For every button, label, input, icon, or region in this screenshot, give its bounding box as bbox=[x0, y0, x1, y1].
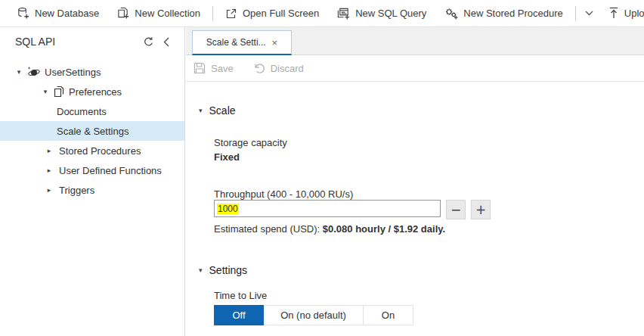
collapse-panel-icon[interactable] bbox=[157, 33, 175, 51]
sidebar-title: SQL API bbox=[15, 36, 139, 48]
settings-section-header[interactable]: ▾ Settings bbox=[199, 264, 247, 276]
sidebar-header: SQL API bbox=[0, 27, 184, 56]
throughput-label: Throughput (400 - 10,000 RU/s) bbox=[214, 188, 353, 200]
toolbar-divider bbox=[575, 6, 576, 21]
tree-item-label: UserSettings bbox=[45, 67, 101, 78]
upload-button[interactable]: Upload bbox=[599, 0, 644, 27]
new-stored-procedure-button[interactable]: New Stored Procedure bbox=[435, 0, 572, 27]
scale-section-label: Scale bbox=[209, 104, 236, 117]
new-stored-procedure-icon bbox=[444, 7, 458, 20]
resource-tree-sidebar: SQL API ▾ bbox=[0, 27, 185, 336]
tab-label: Scale & Setti... bbox=[206, 37, 266, 48]
estimated-spend-value: $0.080 hourly / $1.92 daily. bbox=[323, 223, 445, 235]
new-collection-button[interactable]: New Collection bbox=[108, 0, 209, 27]
ttl-option-off[interactable]: Off bbox=[214, 305, 264, 325]
tree-item-preferences[interactable]: ▾ Preferences bbox=[0, 82, 184, 101]
toolbar-item-label: New Stored Procedure bbox=[463, 8, 563, 19]
main-panel: Scale & Setti... × Save bbox=[186, 27, 644, 336]
chevron-down-icon[interactable] bbox=[579, 0, 599, 27]
tree-item-label: Scale & Settings bbox=[57, 126, 128, 137]
throughput-row: 1000 − + bbox=[214, 200, 491, 219]
resource-tree: ▾ UserSettings ▾ Preferences bbox=[0, 62, 184, 200]
tree-item-triggers[interactable]: ▸ Triggers bbox=[0, 180, 184, 200]
tree-item-label: Triggers bbox=[59, 185, 94, 196]
storage-capacity-value: Fixed bbox=[214, 151, 240, 163]
collection-icon bbox=[54, 86, 64, 98]
new-database-icon bbox=[17, 7, 29, 20]
tree-item-stored-procedures[interactable]: ▸ Stored Procedures bbox=[0, 141, 184, 160]
discard-button[interactable]: Discard bbox=[253, 62, 304, 74]
caret-right-icon[interactable]: ▸ bbox=[45, 147, 53, 154]
toolbar-item-label: New Collection bbox=[135, 8, 200, 19]
ttl-option-on-no-default[interactable]: On (no default) bbox=[264, 305, 364, 325]
scale-section-header[interactable]: ▾ Scale bbox=[199, 104, 236, 117]
tab-strip: Scale & Setti... × bbox=[186, 27, 644, 55]
new-database-button[interactable]: New Database bbox=[8, 0, 108, 27]
save-icon bbox=[194, 62, 206, 74]
new-collection-icon bbox=[117, 7, 129, 20]
top-toolbar: New Database New Collection Open Full Sc… bbox=[0, 0, 644, 27]
toolbar-item-label: Upload bbox=[624, 8, 644, 19]
tree-item-label: Stored Procedures bbox=[59, 145, 141, 157]
data-explorer-window: New Database New Collection Open Full Sc… bbox=[0, 0, 644, 336]
caret-down-icon: ▾ bbox=[199, 107, 203, 114]
new-sql-query-button[interactable]: New SQL Query bbox=[328, 0, 435, 27]
toolbar-item-label: New Database bbox=[35, 8, 99, 19]
throughput-value: 1000 bbox=[217, 204, 239, 214]
discard-label: Discard bbox=[271, 63, 304, 74]
toolbar-item-label: New SQL Query bbox=[355, 8, 426, 19]
settings-section-label: Settings bbox=[209, 264, 248, 276]
caret-down-icon[interactable]: ▾ bbox=[42, 88, 49, 95]
throughput-increase-button[interactable]: + bbox=[471, 200, 491, 219]
tree-item-user-defined-functions[interactable]: ▸ User Defined Functions bbox=[0, 160, 184, 180]
cosmos-db-icon bbox=[27, 67, 40, 78]
tree-item-scale-settings[interactable]: Scale & Settings bbox=[0, 121, 184, 141]
toolbar-divider bbox=[212, 6, 213, 21]
open-full-screen-icon bbox=[225, 8, 237, 20]
storage-capacity-label: Storage capacity bbox=[214, 137, 287, 148]
caret-right-icon[interactable]: ▸ bbox=[45, 186, 53, 194]
caret-right-icon[interactable]: ▸ bbox=[45, 166, 53, 174]
discard-icon bbox=[253, 62, 265, 74]
upload-icon bbox=[608, 7, 619, 20]
refresh-icon[interactable] bbox=[139, 33, 157, 51]
command-bar: Save Discard bbox=[186, 55, 644, 82]
estimated-spend-prefix: Estimated spend (USD): bbox=[214, 223, 323, 235]
estimated-spend-text: Estimated spend (USD): $0.080 hourly / $… bbox=[214, 223, 445, 235]
open-full-screen-button[interactable]: Open Full Screen bbox=[216, 0, 328, 27]
throughput-decrease-button[interactable]: − bbox=[446, 200, 466, 219]
caret-down-icon[interactable]: ▾ bbox=[15, 68, 23, 76]
tab-scale-settings[interactable]: Scale & Setti... × bbox=[192, 30, 292, 55]
save-button[interactable]: Save bbox=[194, 62, 234, 74]
tree-item-label: Documents bbox=[57, 106, 107, 117]
tree-item-usersettings[interactable]: ▾ UserSettings bbox=[0, 62, 184, 82]
time-to-live-toggle-group: Off On (no default) On bbox=[214, 305, 413, 325]
caret-down-icon: ▾ bbox=[199, 266, 203, 274]
toolbar-item-label: Open Full Screen bbox=[243, 8, 319, 19]
save-label: Save bbox=[211, 63, 234, 74]
ttl-option-on[interactable]: On bbox=[364, 305, 413, 325]
tree-item-label: Preferences bbox=[69, 86, 122, 98]
throughput-input[interactable]: 1000 bbox=[214, 200, 441, 217]
close-icon[interactable]: × bbox=[272, 38, 278, 48]
tree-item-label: User Defined Functions bbox=[59, 165, 162, 176]
time-to-live-label: Time to Live bbox=[214, 290, 267, 301]
tree-item-documents[interactable]: Documents bbox=[0, 101, 184, 121]
new-sql-query-icon bbox=[337, 7, 350, 20]
